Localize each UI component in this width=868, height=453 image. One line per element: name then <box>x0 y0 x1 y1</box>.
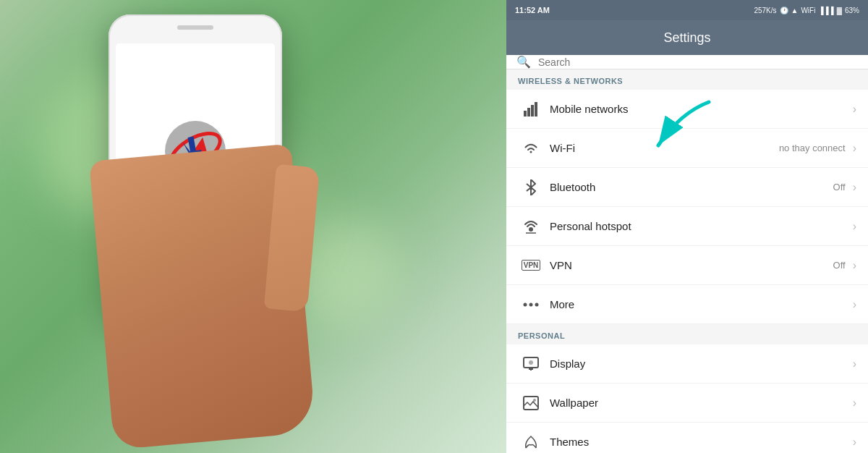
vpn-icon: VPN <box>518 260 544 271</box>
wifi-content: Wi-Fi no thay connect › <box>550 142 856 155</box>
mobile-networks-content: Mobile networks › <box>550 103 856 116</box>
hotspot-chevron: › <box>853 220 856 233</box>
wifi-label: Wi-Fi <box>550 142 575 154</box>
svg-point-17 <box>533 399 536 402</box>
wallpaper-item[interactable]: Wallpaper › <box>506 384 868 423</box>
personal-section-header: PERSONAL <box>506 324 868 344</box>
display-item[interactable]: Display › <box>506 344 868 384</box>
wifi-status-icon: WiFi <box>801 7 815 14</box>
svg-rect-5 <box>531 105 534 117</box>
vpn-item[interactable]: VPN VPN Off › <box>506 246 868 285</box>
svg-rect-6 <box>535 102 537 117</box>
themes-content: Themes › <box>550 436 856 449</box>
vpn-status: Off <box>833 260 846 271</box>
vpn-chevron: › <box>853 259 856 272</box>
bluetooth-item[interactable]: Bluetooth Off › <box>506 168 868 207</box>
more-icon <box>518 302 544 307</box>
hotspot-icon <box>518 219 544 234</box>
settings-header: Settings <box>506 20 868 55</box>
svg-point-10 <box>529 302 533 306</box>
battery-percent: 63% <box>845 7 859 14</box>
svg-rect-3 <box>524 111 527 117</box>
themes-chevron: › <box>853 436 856 449</box>
wallpaper-chevron: › <box>853 397 856 410</box>
svg-point-13 <box>529 360 533 365</box>
wireless-section-header: WIRELESS & NETWORKS <box>506 69 868 90</box>
signal-bars-icon: ▐▐▐ <box>818 7 833 14</box>
personal-hotspot-item[interactable]: Personal hotspot › <box>506 207 868 246</box>
wifi-item[interactable]: Wi-Fi no thay connect › <box>506 129 868 168</box>
wireless-section: WIRELESS & NETWORKS Mobile networks › <box>506 69 868 324</box>
personal-section: PERSONAL Display › <box>506 324 868 453</box>
search-bar[interactable]: 🔍 <box>506 55 868 69</box>
display-icon <box>518 357 544 371</box>
settings-title: Settings <box>663 30 710 46</box>
hotspot-content: Personal hotspot › <box>550 220 856 233</box>
hotspot-label: Personal hotspot <box>550 220 631 232</box>
hand-decoration <box>89 144 316 450</box>
settings-wrapper: 🔍 WIRELESS & NETWORKS Mobile networks › <box>506 55 868 453</box>
status-time: 11:52 AM <box>515 6 550 14</box>
mobile-networks-label: Mobile networks <box>550 103 628 115</box>
mobile-networks-item[interactable]: Mobile networks › <box>506 90 868 129</box>
status-bar: 11:52 AM 257K/s 🕐 ▲ WiFi ▐▐▐ ▓ 63% <box>506 0 868 20</box>
display-chevron: › <box>853 357 856 371</box>
display-label: Display <box>550 357 585 370</box>
svg-point-7 <box>529 227 533 232</box>
phone-container: BSNL <box>87 14 318 420</box>
speed-indicator: 257K/s <box>754 7 776 14</box>
wireless-settings-list: Mobile networks › Wi-Fi <box>506 90 868 324</box>
vpn-label: VPN <box>550 259 572 271</box>
vpn-content: VPN Off › <box>550 259 856 272</box>
more-item[interactable]: More › <box>506 285 868 324</box>
clock-icon: 🕐 <box>780 7 788 14</box>
svg-point-9 <box>524 302 527 306</box>
phone-speaker <box>177 25 213 30</box>
wallpaper-icon <box>518 396 544 410</box>
bluetooth-label: Bluetooth <box>550 181 595 193</box>
bluetooth-status: Off <box>833 182 846 192</box>
more-chevron: › <box>853 298 856 311</box>
mobile-networks-chevron: › <box>853 103 856 116</box>
left-panel: BSNL <box>0 0 506 453</box>
bluetooth-icon <box>518 179 544 195</box>
right-panel: 11:52 AM 257K/s 🕐 ▲ WiFi ▐▐▐ ▓ 63% Setti… <box>506 0 868 453</box>
wallpaper-label: Wallpaper <box>550 397 598 409</box>
search-icon: 🔍 <box>516 55 531 69</box>
signal-icon: ▲ <box>791 7 799 14</box>
bluetooth-content: Bluetooth Off › <box>550 181 856 194</box>
personal-settings-list: Display › Wallpaper › <box>506 344 868 453</box>
wifi-icon <box>518 142 544 155</box>
themes-item[interactable]: Themes › <box>506 423 868 453</box>
svg-rect-4 <box>527 108 530 117</box>
themes-icon <box>518 435 544 449</box>
bluetooth-chevron: › <box>853 181 856 194</box>
display-content: Display › <box>550 357 856 371</box>
themes-label: Themes <box>550 436 589 448</box>
wifi-status: no thay connect <box>779 143 846 153</box>
search-input[interactable] <box>538 56 858 68</box>
more-content: More › <box>550 298 856 311</box>
wifi-chevron: › <box>853 142 856 155</box>
battery-icon: ▓ <box>837 7 842 14</box>
svg-point-11 <box>535 302 539 306</box>
status-icons: 257K/s 🕐 ▲ WiFi ▐▐▐ ▓ 63% <box>754 7 859 14</box>
signal-icon <box>518 102 544 117</box>
wallpaper-content: Wallpaper › <box>550 397 856 410</box>
more-label: More <box>550 298 574 310</box>
